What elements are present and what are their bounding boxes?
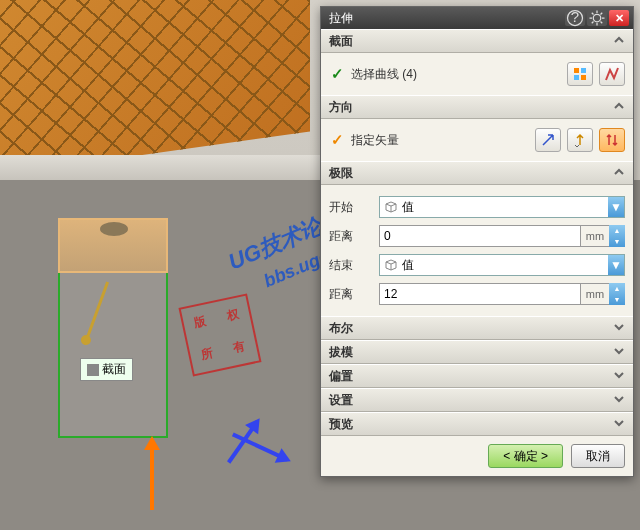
end-unit: mm xyxy=(580,283,610,305)
value-icon xyxy=(384,200,398,214)
section-tag-text: 截面 xyxy=(102,361,126,378)
settings-button[interactable] xyxy=(587,10,607,26)
curve-options-button[interactable] xyxy=(567,62,593,86)
dialog-title: 拉伸 xyxy=(325,10,563,27)
ok-button[interactable]: < 确定 > xyxy=(488,444,563,468)
end-distance-spinner[interactable]: ▲▼ xyxy=(609,283,625,305)
section-header-boolean[interactable]: 布尔 xyxy=(321,316,633,340)
dialog-titlebar[interactable]: 拉伸 ? ✕ xyxy=(321,7,633,29)
svg-text:?: ? xyxy=(571,8,579,25)
sketch-section-button[interactable] xyxy=(599,62,625,86)
check-icon: ✓ xyxy=(329,131,345,149)
svg-rect-3 xyxy=(574,68,579,73)
vector-dialog-button[interactable] xyxy=(535,128,561,152)
watermark-stamp: 版权 所有 xyxy=(178,293,261,376)
start-type-dropdown[interactable]: 值 ▼ xyxy=(379,196,625,218)
cancel-button[interactable]: 取消 xyxy=(571,444,625,468)
start-distance-input[interactable]: 0 xyxy=(379,225,581,247)
extrude-dialog: 拉伸 ? ✕ 截面 ✓ 选择曲线 (4) 方向 ✓ 指定矢量 极限 xyxy=(320,6,634,477)
section-header-offset[interactable]: 偏置 xyxy=(321,364,633,388)
start-label: 开始 xyxy=(329,199,379,216)
dropdown-arrow-icon: ▼ xyxy=(608,197,624,217)
chevron-up-icon xyxy=(613,34,625,49)
section-header-limits[interactable]: 极限 xyxy=(321,161,633,185)
close-button[interactable]: ✕ xyxy=(609,10,629,26)
chevron-down-icon xyxy=(613,417,625,432)
reverse-direction-button[interactable] xyxy=(599,128,625,152)
dialog-button-bar: < 确定 > 取消 xyxy=(321,436,633,476)
chevron-up-icon xyxy=(613,100,625,115)
svg-rect-5 xyxy=(574,75,579,80)
chevron-down-icon xyxy=(613,393,625,408)
chevron-down-icon xyxy=(613,321,625,336)
help-button[interactable]: ? xyxy=(565,10,585,26)
limits-header-label: 极限 xyxy=(329,165,353,182)
section-header-direction[interactable]: 方向 xyxy=(321,95,633,119)
section-tag[interactable]: 截面 xyxy=(80,358,133,381)
vector-dropdown-button[interactable] xyxy=(567,128,593,152)
select-curve-label[interactable]: 选择曲线 (4) xyxy=(351,66,561,83)
start-distance-label: 距离 xyxy=(329,228,379,245)
end-label: 结束 xyxy=(329,257,379,274)
end-distance-label: 距离 xyxy=(329,286,379,303)
value-icon xyxy=(384,258,398,272)
section-header-draft[interactable]: 拔模 xyxy=(321,340,633,364)
section-header-preview[interactable]: 预览 xyxy=(321,412,633,436)
svg-rect-6 xyxy=(581,75,586,80)
section-header-label: 截面 xyxy=(329,33,353,50)
end-distance-input[interactable]: 12 xyxy=(379,283,581,305)
dropdown-arrow-icon: ▼ xyxy=(608,255,624,275)
extrude-preview-hole xyxy=(100,222,128,236)
start-distance-spinner[interactable]: ▲▼ xyxy=(609,225,625,247)
model-textured-block xyxy=(0,0,310,175)
chevron-down-icon xyxy=(613,369,625,384)
direction-header-label: 方向 xyxy=(329,99,353,116)
svg-point-2 xyxy=(593,14,601,22)
start-unit: mm xyxy=(580,225,610,247)
chevron-up-icon xyxy=(613,166,625,181)
section-header-settings[interactable]: 设置 xyxy=(321,388,633,412)
end-type-dropdown[interactable]: 值 ▼ xyxy=(379,254,625,276)
svg-rect-4 xyxy=(581,68,586,73)
section-header-section[interactable]: 截面 xyxy=(321,29,633,53)
specify-vector-label[interactable]: 指定矢量 xyxy=(351,132,529,149)
check-icon: ✓ xyxy=(329,65,345,83)
chevron-down-icon xyxy=(613,345,625,360)
axis-arrow-orange[interactable] xyxy=(150,440,154,510)
